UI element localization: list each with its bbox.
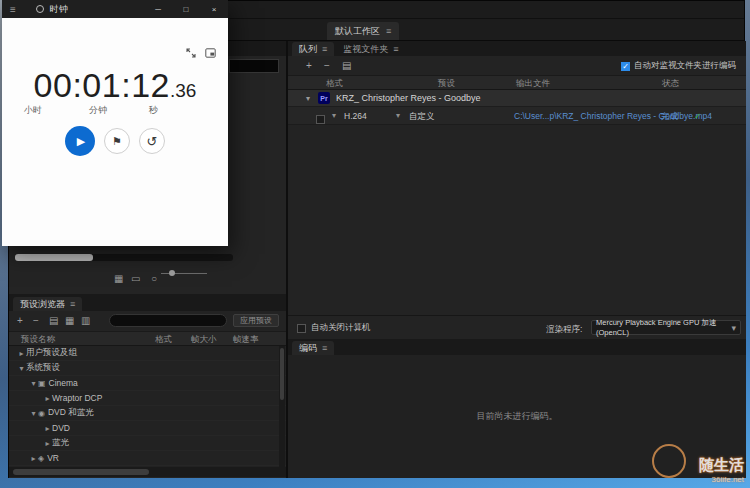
panel-menu-icon[interactable]: ≡ — [386, 26, 391, 36]
queue-tab-label: 队列 — [299, 43, 317, 56]
chevron-down-icon[interactable]: ▾ — [332, 111, 336, 120]
queue-group-row[interactable]: ▾ Pr KRZ_ Christopher Reyes - Goodbye — [288, 90, 746, 107]
output-checkbox[interactable] — [316, 115, 325, 124]
apply-preset-button[interactable]: 应用预设 — [233, 314, 279, 327]
add-preset-icon[interactable]: + — [17, 315, 23, 326]
panel-menu-icon[interactable]: ≡ — [393, 44, 398, 54]
clock-titlebar[interactable]: ≡ 时钟 ─ □ × — [2, 0, 228, 18]
chevron-down-icon[interactable]: ▾ — [306, 94, 318, 103]
vr-icon: ◈ — [38, 454, 44, 463]
chevron-right-icon[interactable]: ▸ — [17, 349, 26, 358]
preset-list-header: 预设名称 格式 帧大小 帧速率 — [9, 331, 286, 346]
clock-body: 00:01:12.36 小时 分钟 秒 ▶ ⚑ ↺ — [2, 18, 228, 246]
zoom-slider[interactable] — [161, 273, 207, 274]
preset-browser-toolbar: + − ▤ ▦ ▥ 应用预设 — [9, 311, 286, 331]
item-format[interactable]: H.264 — [344, 111, 367, 121]
column-format[interactable]: 格式 — [326, 78, 343, 90]
chevron-right-icon[interactable]: ▸ — [43, 394, 52, 403]
auto-encode-watch-folders-checkbox[interactable]: ✓ 自动对监视文件夹进行编码 — [621, 60, 736, 72]
tree-item-user-presets[interactable]: ▸ 用户预设及组 — [9, 346, 286, 361]
queue-item-row[interactable]: ▾ H.264 ▾ 自定义 C:\User...p\KRZ_ Christoph… — [288, 107, 746, 125]
chevron-down-icon[interactable]: ▾ — [17, 364, 26, 373]
desktop: 默认工作区 ≡ ▦ ▭ ○ 预设浏览器 ≡ — [0, 0, 750, 488]
column-frame-size[interactable]: 帧大小 — [191, 334, 217, 346]
chevron-right-icon[interactable]: ▸ — [43, 439, 52, 448]
tree-item-label: 系统预设 — [26, 362, 60, 374]
preset-tree-vscrollbar[interactable] — [279, 346, 285, 467]
column-preset-name[interactable]: 预设名称 — [21, 334, 55, 346]
workspace-tab-label: 默认工作区 — [335, 25, 380, 38]
chevron-down-icon[interactable]: ▾ — [396, 111, 400, 120]
close-button[interactable]: × — [200, 0, 228, 18]
tree-item-wraptor-dcp[interactable]: ▸ Wraptor DCP — [9, 391, 286, 406]
duplicate-icon[interactable]: ▤ — [342, 60, 351, 71]
source-name: KRZ_ Christopher Reyes - Goodbye — [336, 93, 481, 103]
grid-view-icon[interactable]: ▦ — [114, 273, 123, 284]
disc-icon: ◉ — [38, 409, 45, 418]
panel-menu-icon[interactable]: ≡ — [70, 299, 75, 309]
flag-icon: ⚑ — [112, 135, 122, 148]
reset-button[interactable]: ↺ — [139, 128, 165, 154]
tree-item-system-presets[interactable]: ▾ 系统预设 — [9, 361, 286, 376]
add-source-icon[interactable]: + — [306, 60, 312, 71]
vscrollbar-thumb[interactable] — [280, 348, 284, 400]
hamburger-icon[interactable]: ≡ — [10, 4, 16, 15]
tree-item-bluray[interactable]: ▸ 蓝光 — [9, 436, 286, 451]
queue-tabbar: 队列 ≡ 监视文件夹 ≡ — [288, 41, 746, 56]
maximize-button[interactable]: □ — [172, 0, 200, 18]
renderer-dropdown[interactable]: Mercury Playback Engine GPU 加速 (OpenCL) … — [591, 320, 741, 335]
record-icon[interactable]: ○ — [151, 273, 157, 284]
chevron-down-icon[interactable]: ▾ — [29, 379, 38, 388]
zoom-slider-thumb[interactable] — [169, 270, 175, 276]
column-preset[interactable]: 预设 — [438, 78, 455, 90]
minimize-button[interactable]: ─ — [144, 0, 172, 18]
hscrollbar-thumb[interactable] — [13, 469, 149, 475]
watermark-ring — [652, 444, 686, 478]
import-preset-icon[interactable]: ▥ — [81, 315, 90, 326]
column-format[interactable]: 格式 — [155, 334, 172, 346]
workspace-tab[interactable]: 默认工作区 ≡ — [327, 22, 399, 40]
column-output-file[interactable]: 输出文件 — [516, 78, 550, 90]
dropdown-caret-icon: ▾ — [731, 323, 736, 333]
item-output-path[interactable]: C:\User...p\KRZ_ Christopher Reyes - Goo… — [514, 111, 712, 121]
preset-settings-icon[interactable]: ▦ — [65, 315, 74, 326]
chevron-right-icon[interactable]: ▸ — [29, 454, 38, 463]
preview-scrubber[interactable] — [15, 254, 233, 261]
tree-item-label: Cinema — [49, 378, 78, 388]
tree-item-dvd-bluray[interactable]: ▾ ◉ DVD 和蓝光 — [9, 406, 286, 421]
tab-preset-browser[interactable]: 预设浏览器 ≡ — [13, 297, 82, 311]
column-frame-rate[interactable]: 帧速率 — [233, 334, 259, 346]
checkbox-checked-icon[interactable]: ✓ — [621, 62, 630, 71]
lap-flag-button[interactable]: ⚑ — [104, 128, 130, 154]
remove-source-icon[interactable]: − — [324, 60, 330, 71]
time-main: 00:01:12 — [34, 66, 170, 105]
auto-shutdown-checkbox[interactable]: 自动关闭计算机 — [297, 322, 371, 334]
stopwatch-actions: ▶ ⚑ ↺ — [2, 126, 228, 156]
remove-preset-icon[interactable]: − — [33, 315, 39, 326]
tab-watch-folders[interactable]: 监视文件夹 ≡ — [336, 42, 405, 56]
tab-encoding[interactable]: 编码 ≡ — [292, 341, 334, 355]
preset-search-input[interactable] — [109, 314, 227, 327]
tab-queue[interactable]: 队列 ≡ — [292, 42, 334, 56]
tree-item-label: DVD — [52, 423, 70, 433]
screen-view-icon[interactable]: ▭ — [131, 273, 140, 284]
panel-menu-icon[interactable]: ≡ — [322, 343, 327, 353]
chevron-down-icon[interactable]: ▾ — [29, 409, 38, 418]
new-group-icon[interactable]: ▤ — [49, 315, 58, 326]
expand-icon[interactable] — [186, 44, 196, 62]
preview-dropdown[interactable] — [229, 59, 279, 73]
compact-overlay-icon[interactable] — [205, 44, 216, 62]
item-preset[interactable]: 自定义 — [409, 111, 435, 123]
checkbox-icon[interactable] — [297, 324, 306, 333]
chevron-right-icon[interactable]: ▸ — [43, 424, 52, 433]
scrubber-thumb[interactable] — [15, 254, 93, 261]
tree-item-vr[interactable]: ▸ ◈ VR — [9, 451, 286, 466]
column-status[interactable]: 状态 — [662, 78, 679, 90]
start-button[interactable]: ▶ — [65, 126, 95, 156]
tree-item-label: DVD 和蓝光 — [48, 407, 94, 419]
tree-item-cinema[interactable]: ▾ ▣ Cinema — [9, 376, 286, 391]
tree-item-dvd[interactable]: ▸ DVD — [9, 421, 286, 436]
preset-tree-hscrollbar[interactable] — [9, 467, 286, 477]
queue-empty-area[interactable] — [288, 125, 746, 315]
panel-menu-icon[interactable]: ≡ — [322, 44, 327, 54]
